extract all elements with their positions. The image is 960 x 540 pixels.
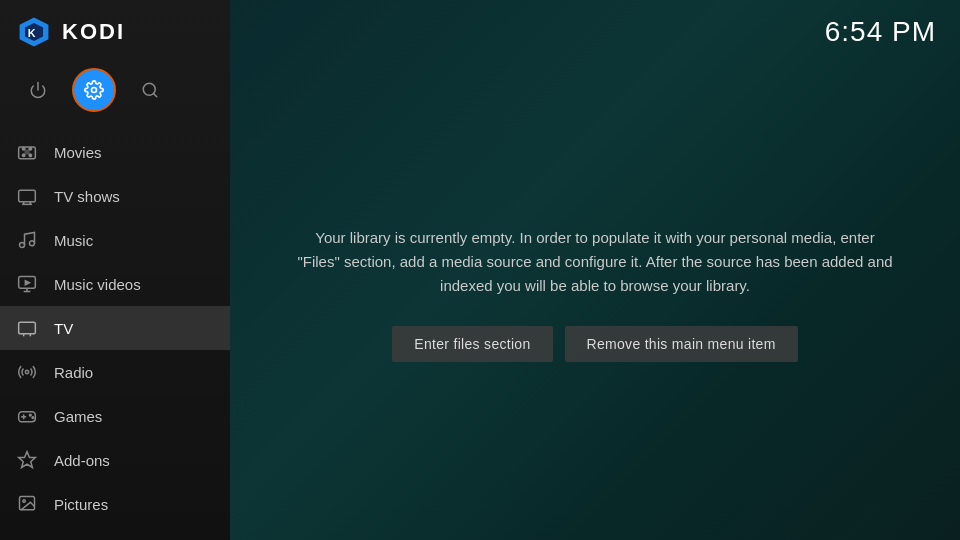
svg-rect-12: [25, 150, 28, 153]
sidebar-header: K KODI: [0, 0, 230, 60]
tv-icon: [16, 317, 38, 339]
sidebar-item-radio[interactable]: Radio: [0, 350, 230, 394]
svg-rect-23: [19, 322, 36, 334]
sidebar-item-movies[interactable]: Movies: [0, 130, 230, 174]
tv-label: TV: [54, 320, 73, 337]
action-buttons-group: Enter files section Remove this main men…: [392, 326, 797, 362]
svg-rect-13: [19, 190, 36, 202]
radio-label: Radio: [54, 364, 93, 381]
sidebar-icon-bar: [0, 60, 230, 126]
sidebar-item-tv-shows[interactable]: TV shows: [0, 174, 230, 218]
music-icon: [16, 229, 38, 251]
svg-rect-33: [20, 497, 35, 510]
add-ons-label: Add-ons: [54, 452, 110, 469]
sidebar-item-games[interactable]: Games: [0, 394, 230, 438]
svg-point-31: [32, 417, 34, 419]
svg-point-11: [29, 154, 32, 157]
app-container: K KODI: [0, 0, 960, 540]
main-content: 6:54 PM Your library is currently empty.…: [230, 0, 960, 540]
svg-point-4: [92, 88, 97, 93]
svg-point-30: [30, 414, 32, 416]
svg-point-8: [22, 147, 25, 150]
music-label: Music: [54, 232, 93, 249]
svg-point-26: [25, 370, 28, 373]
sidebar-item-pictures[interactable]: Pictures: [0, 482, 230, 526]
kodi-logo-icon: K: [16, 14, 52, 50]
top-bar: 6:54 PM: [230, 0, 960, 48]
sidebar-nav: Movies TV shows: [0, 126, 230, 540]
sidebar: K KODI: [0, 0, 230, 540]
power-button[interactable]: [16, 68, 60, 112]
remove-menu-item-button[interactable]: Remove this main menu item: [565, 326, 798, 362]
sidebar-item-music-videos[interactable]: Music videos: [0, 262, 230, 306]
search-button[interactable]: [128, 68, 172, 112]
music-videos-icon: [16, 273, 38, 295]
radio-icon: [16, 361, 38, 383]
pictures-icon: [16, 493, 38, 515]
svg-point-34: [23, 500, 25, 503]
movies-label: Movies: [54, 144, 102, 161]
svg-point-17: [20, 243, 25, 248]
add-ons-icon: [16, 449, 38, 471]
content-area: Your library is currently empty. In orde…: [230, 48, 960, 540]
library-empty-message: Your library is currently empty. In orde…: [295, 226, 895, 298]
tv-shows-icon: [16, 185, 38, 207]
svg-line-6: [153, 93, 156, 96]
settings-button[interactable]: [72, 68, 116, 112]
time-display: 6:54 PM: [825, 16, 936, 48]
music-videos-label: Music videos: [54, 276, 141, 293]
svg-point-9: [29, 147, 32, 150]
games-icon: [16, 405, 38, 427]
svg-text:K: K: [28, 27, 36, 39]
tv-shows-label: TV shows: [54, 188, 120, 205]
movies-icon: [16, 141, 38, 163]
svg-marker-32: [19, 452, 36, 468]
games-label: Games: [54, 408, 102, 425]
sidebar-item-music[interactable]: Music: [0, 218, 230, 262]
app-title: KODI: [62, 19, 125, 45]
svg-marker-22: [25, 281, 29, 285]
svg-point-10: [22, 154, 25, 157]
sidebar-item-tv[interactable]: TV: [0, 306, 230, 350]
pictures-label: Pictures: [54, 496, 108, 513]
svg-point-18: [30, 241, 35, 246]
enter-files-button[interactable]: Enter files section: [392, 326, 552, 362]
sidebar-item-add-ons[interactable]: Add-ons: [0, 438, 230, 482]
